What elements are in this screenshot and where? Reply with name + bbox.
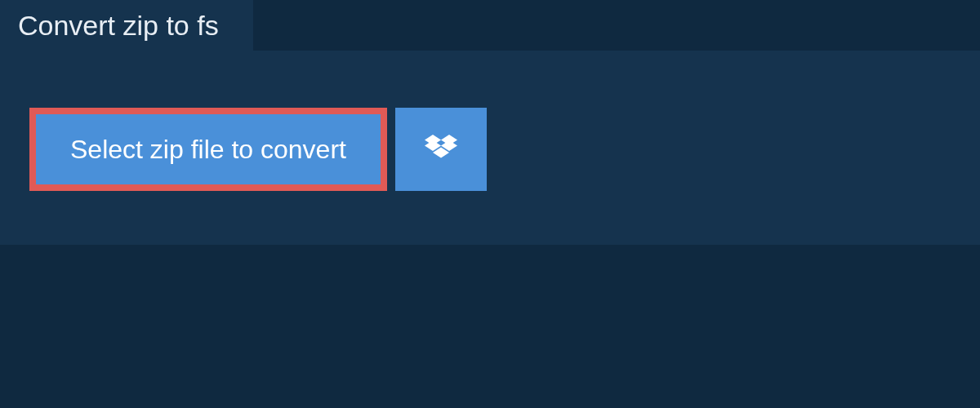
dropbox-button[interactable] bbox=[395, 108, 487, 191]
tab-title: Convert zip to fs bbox=[18, 10, 219, 42]
select-file-button[interactable]: Select zip file to convert bbox=[29, 108, 387, 191]
select-file-label: Select zip file to convert bbox=[70, 135, 346, 165]
dropbox-icon bbox=[425, 135, 457, 164]
converter-panel: Convert zip to fs Select zip file to con… bbox=[0, 51, 980, 245]
active-tab[interactable]: Convert zip to fs bbox=[0, 0, 253, 51]
button-row: Select zip file to convert bbox=[0, 51, 980, 191]
